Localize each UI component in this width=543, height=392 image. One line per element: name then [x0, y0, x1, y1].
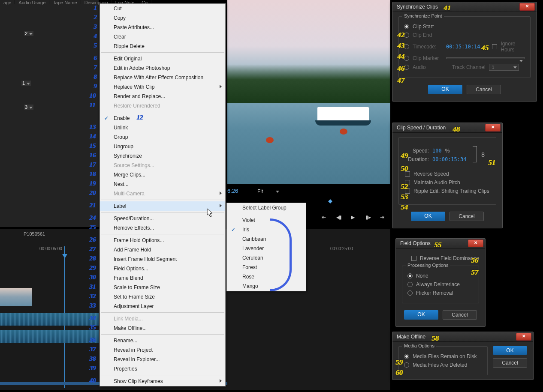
radio[interactable] — [404, 65, 409, 70]
menu-item[interactable]: Frame Blend — [100, 273, 225, 283]
radio-row[interactable]: Media Files Are Deleted — [404, 362, 482, 368]
close-icon[interactable]: ✕ — [519, 3, 535, 11]
radio-row[interactable]: Timecode:00:35:10:14Ignore Hours — [404, 41, 525, 53]
duration-input[interactable]: 00:00:15:34 — [432, 156, 466, 162]
zoom-fit-dropdown[interactable]: Fit — [254, 188, 283, 195]
link-icon[interactable]: 8 — [481, 151, 485, 158]
ok-button[interactable]: OK — [428, 85, 462, 94]
menu-item[interactable]: Synchronize — [100, 151, 225, 161]
program-monitor[interactable] — [227, 0, 390, 184]
menu-item[interactable]: Edit Original — [100, 54, 225, 63]
menu-item[interactable]: Replace With Clip — [100, 82, 225, 92]
dialog-title[interactable]: Clip Speed / Duration ✕ — [392, 123, 502, 133]
column-header[interactable]: Audio Usage — [15, 0, 49, 4]
menu-item[interactable]: Render and Replace... — [100, 92, 225, 101]
cancel-button[interactable]: Cancel — [443, 310, 477, 320]
checkbox-row[interactable]: Ripple Edit, Shifting Trailing Clips — [405, 188, 490, 194]
ok-button[interactable]: OK — [493, 346, 527, 355]
menu-item[interactable]: Make Offline... — [100, 323, 225, 333]
track-selector[interactable]: 2 — [24, 31, 33, 36]
radio[interactable] — [404, 44, 409, 49]
cancel-button[interactable]: Cancel — [467, 85, 501, 94]
play-icon[interactable]: ▶ — [351, 214, 358, 221]
checkbox[interactable] — [492, 44, 497, 49]
checkbox-row[interactable]: Maintain Audio Pitch — [405, 180, 490, 186]
dialog-title[interactable]: Make Offline ✕ — [392, 332, 533, 342]
menu-item[interactable]: Paste Attributes... — [100, 23, 225, 32]
radio-row[interactable]: Clip End — [404, 32, 525, 38]
ok-button[interactable]: OK — [411, 212, 445, 221]
cancel-button[interactable]: Cancel — [449, 212, 484, 221]
radio-row[interactable]: AudioTrack Channel1 — [404, 64, 525, 71]
dropdown[interactable] — [446, 57, 525, 59]
step-fwd-icon[interactable]: ▮▸ — [365, 214, 372, 221]
menu-item[interactable]: Set to Frame Size — [100, 292, 225, 302]
mark-in-icon[interactable]: ⇤ — [322, 214, 329, 221]
checkbox[interactable] — [411, 256, 416, 261]
label-color-item[interactable]: ✓Iris — [227, 225, 306, 234]
radio-row[interactable]: Media Files Remain on Disk — [404, 353, 482, 359]
menu-item[interactable]: Ungroup — [100, 142, 225, 151]
radio-row[interactable]: Clip Marker — [404, 55, 525, 61]
menu-item[interactable]: Scale to Frame Size — [100, 283, 225, 292]
menu-item[interactable]: Ripple Delete — [100, 42, 225, 51]
close-icon[interactable]: ✕ — [468, 239, 483, 247]
menu-item[interactable]: Rename... — [100, 336, 225, 345]
menu-item[interactable]: Clear — [100, 32, 225, 42]
audio-track-2[interactable] — [0, 330, 99, 343]
checkbox-row[interactable]: Reverse Speed — [405, 171, 490, 177]
menu-item[interactable]: Remove Effects... — [100, 223, 225, 233]
radio[interactable] — [404, 354, 409, 359]
radio[interactable] — [404, 33, 409, 38]
label-color-item[interactable]: Rose — [227, 272, 306, 281]
menu-item[interactable]: Merge Clips... — [100, 170, 225, 180]
radio-row[interactable]: Clip Start — [404, 24, 525, 30]
radio[interactable] — [407, 273, 413, 278]
menu-item[interactable]: Reveal in Explorer... — [100, 355, 225, 364]
dropdown[interactable]: 1 — [489, 64, 519, 71]
menu-item[interactable]: Select Label Group — [227, 203, 306, 212]
close-icon[interactable]: ✕ — [516, 333, 531, 341]
menu-item[interactable]: Group — [100, 132, 225, 142]
menu-item[interactable]: Nest... — [100, 180, 225, 189]
menu-item[interactable]: Add Frame Hold — [100, 245, 225, 254]
menu-item[interactable]: Frame Hold Options... — [100, 236, 225, 245]
menu-item[interactable]: Show Clip Keyframes — [100, 377, 225, 386]
label-color-item[interactable]: Cerulean — [227, 253, 306, 263]
menu-item[interactable]: Adjustment Layer — [100, 302, 225, 311]
radio-row[interactable]: Flicker Removal — [407, 290, 474, 296]
radio[interactable] — [404, 362, 409, 368]
ok-button[interactable]: OK — [404, 310, 438, 320]
label-color-item[interactable]: Forest — [227, 263, 306, 272]
close-icon[interactable]: ✕ — [485, 124, 501, 132]
menu-item[interactable]: Edit in Adobe Photoshop — [100, 63, 225, 73]
menu-item[interactable]: Properties — [100, 364, 225, 374]
menu-item[interactable]: Copy — [100, 13, 225, 23]
track-selector[interactable]: 3 — [24, 105, 33, 110]
menu-item[interactable]: Insert Frame Hold Segment — [100, 254, 225, 264]
menu-item[interactable]: Field Options... — [100, 264, 225, 273]
track-selector[interactable]: 1 — [21, 81, 31, 86]
reverse-field-row[interactable]: Reverse Field Dominance — [402, 255, 479, 261]
mark-out-icon[interactable]: ⇥ — [380, 214, 387, 221]
step-back-icon[interactable]: ◂▮ — [336, 214, 343, 221]
radio[interactable] — [404, 24, 409, 29]
radio-row[interactable]: None — [407, 273, 474, 279]
timecode-input[interactable]: 00:35:10:14 — [446, 44, 480, 50]
clip-thumbnail[interactable] — [0, 288, 32, 306]
radio[interactable] — [407, 282, 413, 287]
label-color-item[interactable]: Caribbean — [227, 234, 306, 244]
menu-item[interactable]: Unlink — [100, 123, 225, 132]
cancel-button[interactable]: Cancel — [493, 358, 527, 368]
dialog-title[interactable]: Synchronize Clips ✕ — [392, 2, 537, 12]
menu-item[interactable]: Reveal in Project — [100, 345, 225, 355]
label-color-item[interactable]: Lavender — [227, 244, 306, 253]
radio[interactable] — [404, 56, 409, 61]
radio[interactable] — [407, 290, 413, 296]
label-color-item[interactable]: Violet — [227, 215, 306, 225]
audio-track-1[interactable] — [0, 313, 99, 326]
menu-item[interactable]: Replace With After Effects Composition — [100, 73, 225, 82]
radio-row[interactable]: Always Deinterlace — [407, 281, 474, 287]
column-header[interactable]: age — [0, 0, 15, 4]
menu-item[interactable]: ✓Enable — [100, 114, 225, 123]
